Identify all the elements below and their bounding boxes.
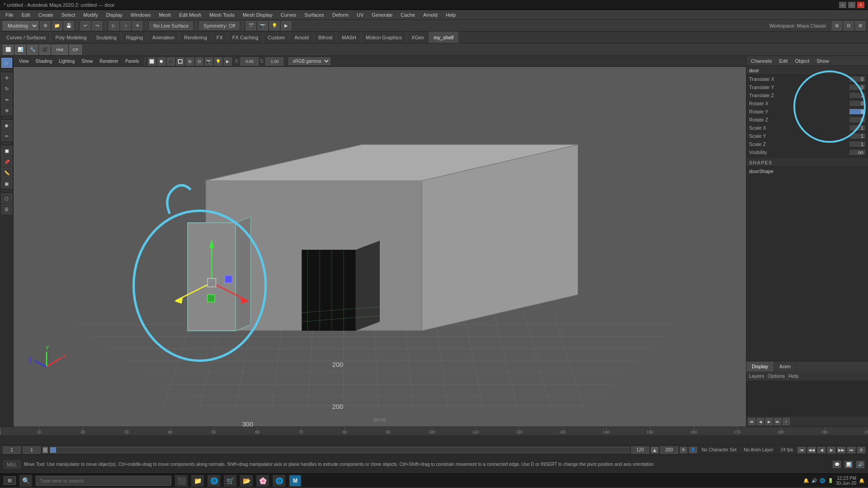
status-icon-2[interactable]: 📊 xyxy=(844,461,853,468)
menu-item-modify[interactable]: Modify xyxy=(80,11,101,19)
no-character-set[interactable]: No Character Set xyxy=(699,447,739,452)
measure-tool[interactable]: 📏 xyxy=(1,168,12,178)
shelf-tab-xgen[interactable]: XGen xyxy=(407,32,429,43)
display-tab[interactable]: Display xyxy=(746,361,774,371)
shelf-hist-icon[interactable]: Hist xyxy=(52,45,68,55)
shelf-tab-arnold[interactable]: Arnold xyxy=(290,32,314,43)
channel-scale-x[interactable]: Scale X 1 xyxy=(746,124,868,132)
channels-btn[interactable]: Channels xyxy=(749,57,774,65)
camera-btn[interactable]: 📷 xyxy=(258,21,268,30)
render-region-tool[interactable]: ▣ xyxy=(1,178,12,188)
fps-display[interactable]: 24 fps xyxy=(778,447,796,452)
taskbar-icon-ie[interactable]: 🌐 xyxy=(208,475,220,487)
snap-tool[interactable]: 🔲 xyxy=(1,146,12,156)
timeline-ruler[interactable]: 1102030405060708090100110120130140150160… xyxy=(0,427,868,435)
outliner-tool[interactable]: ☰ xyxy=(1,204,12,214)
render-btn[interactable]: 🎬 xyxy=(246,21,256,30)
channel-rotate-x[interactable]: Rotate X 0 xyxy=(746,99,868,108)
shelf-icon-2[interactable]: 📊 xyxy=(15,45,26,55)
workspace-icon-2[interactable]: ⊟ xyxy=(844,21,854,30)
view-menu[interactable]: View xyxy=(16,58,32,64)
shelf-tab-my_shelf[interactable]: my_shelf xyxy=(429,32,458,43)
show-btn[interactable]: Show xyxy=(815,57,831,65)
coord-x[interactable]: 0.00 xyxy=(241,57,259,66)
menu-item-curves[interactable]: Curves xyxy=(277,11,300,19)
shelf-icon-1[interactable]: ⬜ xyxy=(3,45,14,55)
disp-ctrl-2[interactable]: ◀ xyxy=(757,418,764,425)
vp-icon-camera[interactable]: 📷 xyxy=(205,57,213,66)
vp-icon-2[interactable]: 🔲 xyxy=(157,57,165,66)
light-btn[interactable]: 💡 xyxy=(269,21,279,30)
workspace-icon-3[interactable]: ⊞ xyxy=(855,21,865,30)
channel-scale-z[interactable]: Scale Z 1 xyxy=(746,140,868,148)
menu-item-display[interactable]: Display xyxy=(103,11,126,19)
move-tool-btn[interactable]: ✛ xyxy=(132,21,142,30)
channel-rotate-z[interactable]: Rotate Z 0 xyxy=(746,116,868,124)
playback-btn-end[interactable]: ⏭ xyxy=(847,447,855,453)
show-menu[interactable]: Show xyxy=(79,58,95,64)
playback-btn-prev[interactable]: ◀◀ xyxy=(807,447,816,453)
vp-icon-4[interactable]: 🔳 xyxy=(176,57,184,66)
disp-ctrl-3[interactable]: ▶ xyxy=(765,418,773,425)
channel-scale-y[interactable]: Scale Y 1 xyxy=(746,132,868,140)
menu-item-generate[interactable]: Generate xyxy=(368,11,396,19)
shelf-tab-rendering[interactable]: Rendering xyxy=(179,32,212,43)
menu-item-mesh-display[interactable]: Mesh Display xyxy=(239,11,276,19)
soft-select-tool[interactable]: ◉ xyxy=(1,120,12,130)
shelf-tab-bifrost[interactable]: Bifrost xyxy=(314,32,337,43)
shelf-tab-curves---surfaces[interactable]: Curves / Surfaces xyxy=(2,32,51,43)
taskbar-icon-app1[interactable]: 🌸 xyxy=(256,475,269,487)
taskbar-icon-store[interactable]: 🛒 xyxy=(224,475,236,487)
menu-item-edit-mesh[interactable]: Edit Mesh xyxy=(175,11,205,19)
menu-item-arnold[interactable]: Arnold xyxy=(420,11,441,19)
status-icon-1[interactable]: 💬 xyxy=(833,461,841,468)
status-icon-3[interactable]: 🔊 xyxy=(856,461,864,468)
current-frame[interactable] xyxy=(23,446,41,454)
color-space-selector[interactable]: sRGB gamma xyxy=(288,57,330,65)
toolbar-btn-1[interactable]: ⚙ xyxy=(40,21,50,30)
options-sub[interactable]: Options xyxy=(768,373,785,379)
char-anim-btn[interactable]: 👤 xyxy=(689,447,697,453)
shelf-tab-fx[interactable]: FX xyxy=(212,32,228,43)
current-frame-start[interactable] xyxy=(3,446,21,454)
menu-item-create[interactable]: Create xyxy=(35,11,57,19)
channel-translate-z[interactable]: Translate Z 1 xyxy=(746,91,868,99)
range-end[interactable] xyxy=(631,446,649,454)
door-shape[interactable]: doorShape xyxy=(746,167,868,175)
paint-tool[interactable]: ✏ xyxy=(1,131,12,141)
vp-icon-3[interactable]: ⬛ xyxy=(167,57,175,66)
menu-item-mesh[interactable]: Mesh xyxy=(155,11,175,19)
lasso-tool-btn[interactable]: ○ xyxy=(121,21,131,30)
notification-btn[interactable]: 🔔 xyxy=(859,478,864,483)
shelf-cp-icon[interactable]: CP xyxy=(69,45,82,55)
vp-icon-6[interactable]: ⊟ xyxy=(195,57,203,66)
shelf-icon-4[interactable]: ⬛ xyxy=(39,45,50,55)
object-btn[interactable]: Object xyxy=(793,57,811,65)
mode-selector[interactable]: Modeling xyxy=(3,21,38,30)
vp-icon-1[interactable]: ⬜ xyxy=(148,57,156,66)
taskview-icon[interactable]: ⬛ xyxy=(175,475,188,487)
move-tool[interactable]: ✛ xyxy=(1,73,12,83)
mel-label[interactable]: MEL xyxy=(4,460,20,469)
hypergraph-tool[interactable]: ⬡ xyxy=(1,193,12,203)
menu-item-mesh-tools[interactable]: Mesh Tools xyxy=(206,11,238,19)
renderer-menu[interactable]: Renderer xyxy=(97,58,121,64)
taskbar-icon-files[interactable]: 📂 xyxy=(240,475,253,487)
disp-ctrl-4[interactable]: ⏭ xyxy=(774,418,781,425)
coord-s[interactable]: 1.00 xyxy=(265,57,283,66)
menu-item-uv[interactable]: UV xyxy=(353,11,367,19)
transform-tool[interactable]: ⊕ xyxy=(1,105,12,115)
vp-icon-5[interactable]: ⊞ xyxy=(186,57,194,66)
playback-btn-back[interactable]: ◀ xyxy=(817,447,826,453)
minimize-button[interactable]: ─ xyxy=(839,2,846,8)
taskbar-icon-explorer[interactable]: 📁 xyxy=(191,475,204,487)
help-sub[interactable]: Help xyxy=(788,373,799,379)
channel-translate-x[interactable]: Translate X 0 xyxy=(746,75,868,83)
vp-icon-light[interactable]: 💡 xyxy=(214,57,222,66)
menu-item-cache[interactable]: Cache xyxy=(397,11,419,19)
menu-item-deform[interactable]: Deform xyxy=(329,11,352,19)
workspace-icon-1[interactable]: ⊞ xyxy=(832,21,842,30)
toolbar-btn-4[interactable]: ↩ xyxy=(80,21,90,30)
range-end-arrow[interactable]: ▲ xyxy=(651,447,658,453)
select-tool[interactable]: ▷ xyxy=(1,58,12,68)
